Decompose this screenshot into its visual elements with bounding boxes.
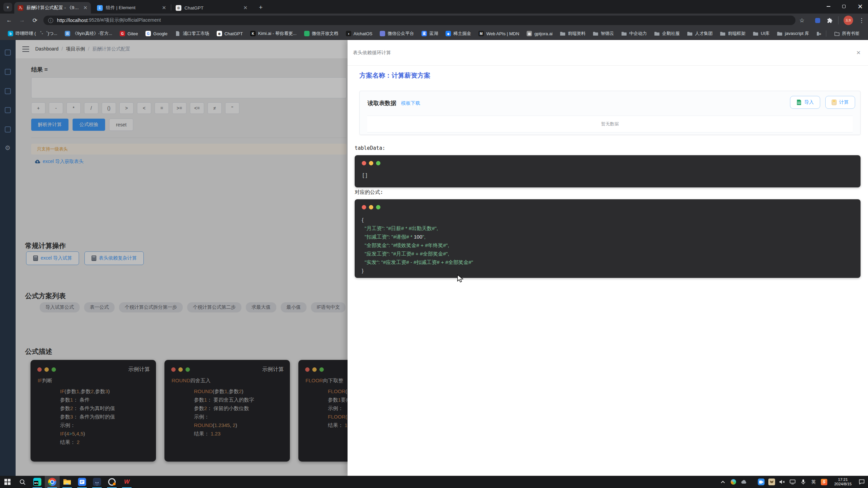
- tray-meeting-app-icon[interactable]: [757, 476, 765, 488]
- bookmark-item[interactable]: GGitee: [117, 29, 141, 38]
- bookmark-item[interactable]: javascript 库: [774, 29, 812, 38]
- close-tab-icon[interactable]: ✕: [243, 5, 248, 11]
- excel-file-icon: [796, 100, 802, 105]
- tab-title: 组件 | Element: [106, 5, 158, 11]
- tray-expand-chevron-icon[interactable]: [718, 476, 727, 488]
- taskbar-app-blue[interactable]: [75, 476, 90, 488]
- extensions-puzzle-icon[interactable]: [825, 16, 834, 25]
- file-explorer-icon: [63, 479, 71, 485]
- wps-icon: W: [124, 479, 130, 485]
- reload-icon[interactable]: ⟳: [31, 16, 39, 25]
- taskbar-chrome[interactable]: [45, 476, 60, 488]
- taskbar-webstorm[interactable]: WS: [30, 476, 45, 488]
- sogou-input-icon[interactable]: S: [820, 476, 828, 488]
- drawer-close-icon[interactable]: ×: [856, 48, 861, 57]
- chrome-icon: [48, 478, 56, 486]
- read-table-title: 读取表数据: [368, 99, 396, 107]
- start-button[interactable]: [0, 476, 15, 488]
- bookmark-item[interactable]: 蓝蓝湖: [418, 29, 441, 38]
- close-tab-icon[interactable]: ✕: [83, 5, 87, 11]
- bookmark-item[interactable]: MWeb APIs | MDN: [475, 29, 522, 38]
- bookmark-star-icon[interactable]: ☆: [797, 16, 806, 25]
- bookmark-label: 人才集团: [695, 30, 713, 37]
- bookmark-item[interactable]: 前端资料: [557, 29, 589, 38]
- tab-chatgpt[interactable]: ⊛ ChatGPT ✕: [172, 2, 251, 14]
- folder-icon: [753, 31, 758, 36]
- folder-icon: [654, 31, 660, 36]
- bookmark-item[interactable]: java: [813, 29, 818, 38]
- toolbar-separator: [838, 16, 839, 24]
- aichatos-icon: ◑: [346, 31, 351, 36]
- tabledata-value: []: [362, 171, 854, 180]
- taskbar-clock[interactable]: 17:21 2024/8/15: [830, 477, 855, 486]
- tab-element[interactable]: E 组件 | Element ✕: [94, 2, 170, 14]
- volume-muted-icon[interactable]: [778, 476, 786, 488]
- profile-avatar[interactable]: 玉东: [844, 16, 853, 25]
- all-bookmarks-folder[interactable]: 所有书签: [831, 29, 863, 38]
- bookmark-item[interactable]: 微信公众平台: [377, 29, 417, 38]
- close-tab-icon[interactable]: ✕: [162, 5, 166, 11]
- bookmark-item[interactable]: 人才集团: [684, 29, 716, 38]
- bookmark-item[interactable]: ▦gptjora.ai: [524, 29, 555, 38]
- calculator-icon: [832, 100, 836, 105]
- tray-color-app-icon[interactable]: [729, 476, 737, 488]
- extension-pinned-icon[interactable]: [813, 16, 822, 25]
- empty-table-placeholder: 暂无数据: [367, 116, 853, 133]
- tab-search-button[interactable]: ▾: [3, 3, 12, 12]
- window-minimize-button[interactable]: [821, 0, 836, 13]
- tray-cat-app-icon[interactable]: [767, 476, 776, 488]
- bookmark-item[interactable]: 云《9yin真经》-官方...: [62, 29, 115, 38]
- taskbar-app-ring[interactable]: [104, 476, 119, 488]
- taskbar-search-button[interactable]: [15, 476, 30, 488]
- notification-center-icon[interactable]: [857, 476, 866, 488]
- forward-icon[interactable]: →: [18, 16, 26, 25]
- bookmark-item[interactable]: 浦口零工市场: [172, 29, 212, 38]
- bookmark-item[interactable]: UI库: [750, 29, 773, 38]
- chevron-down-icon: ▾: [7, 5, 9, 10]
- ime-language-indicator[interactable]: 英: [809, 476, 818, 488]
- address-bar[interactable]: i http://localhost:9528/#/项目示例/officialP…: [43, 16, 795, 25]
- page-viewport: ⚙ Dashboard / 项目示例 / 薪酬计算公式配置 结果 = +-*/(…: [0, 40, 868, 476]
- network-display-icon[interactable]: [788, 476, 797, 488]
- tray-cloud-icon[interactable]: [739, 476, 748, 488]
- bookmark-item[interactable]: 微信开放文档: [301, 29, 341, 38]
- bookmarks-overflow-chevron[interactable]: »: [819, 31, 821, 36]
- import-button[interactable]: 导入: [790, 96, 820, 109]
- bookmark-item[interactable]: ◑AIchatOS: [343, 29, 376, 38]
- bookmark-item[interactable]: b哔哩哔哩 ( ゜-゜)つ...: [5, 29, 60, 38]
- microphone-icon[interactable]: [799, 476, 807, 488]
- new-tab-button[interactable]: +: [256, 3, 265, 12]
- template-download-link[interactable]: 模板下载: [401, 100, 420, 106]
- window-close-button[interactable]: ✕: [852, 0, 868, 13]
- bookmark-label: gptjora.ai: [534, 31, 552, 36]
- bookmark-item[interactable]: ◆稀土掘金: [442, 29, 474, 38]
- back-icon[interactable]: ←: [5, 16, 14, 25]
- calculate-button[interactable]: 计算: [825, 96, 855, 109]
- window-dots-icon: [362, 161, 380, 165]
- bookmark-item[interactable]: KKimi.ai - 帮你看更...: [247, 29, 299, 38]
- formula-codeblock: { "月工资": "#日薪# * #出勤天数#", "扣减工资": "#请假# …: [355, 199, 861, 278]
- taskbar-wps[interactable]: W: [119, 476, 134, 488]
- taskbar-app-dark[interactable]: [90, 476, 104, 488]
- bookmark-label: 哔哩哔哩 ( ゜-゜)つ...: [16, 30, 57, 37]
- mouse-cursor: [457, 274, 465, 283]
- formula-label: 对应的公式:: [355, 189, 383, 196]
- tab-payroll-config[interactable]: 九 薪酬计算公式配置 - 《9yin真经》 ✕: [14, 2, 91, 14]
- folder-icon: [622, 31, 627, 36]
- site-info-icon[interactable]: i: [48, 18, 53, 23]
- bookmark-label: AIchatOS: [354, 31, 373, 36]
- bookmarks-bar: b哔哩哔哩 ( ゜-゜)つ...云《9yin真经》-官方...GGiteeGGo…: [0, 27, 868, 40]
- bookmark-item[interactable]: 前端框架: [717, 29, 749, 38]
- bookmark-item[interactable]: GGoogle: [142, 29, 171, 38]
- bookmark-item[interactable]: 中企动力: [618, 29, 650, 38]
- bookmark-item[interactable]: ⊛ChatGPT: [214, 29, 246, 38]
- bookmark-item[interactable]: 企鹅社服: [651, 29, 683, 38]
- bookmark-label: Gitee: [127, 31, 138, 36]
- browser-menu-kebab-icon[interactable]: ⋮: [857, 16, 866, 25]
- dark-cat-app-icon: [93, 478, 101, 486]
- bookmark-item[interactable]: 智德云: [590, 29, 617, 38]
- tab-title: ChatGPT: [184, 5, 240, 11]
- window-maximize-button[interactable]: [836, 0, 852, 13]
- taskbar-file-explorer[interactable]: [60, 476, 75, 488]
- tabledata-codeblock: []: [355, 155, 861, 187]
